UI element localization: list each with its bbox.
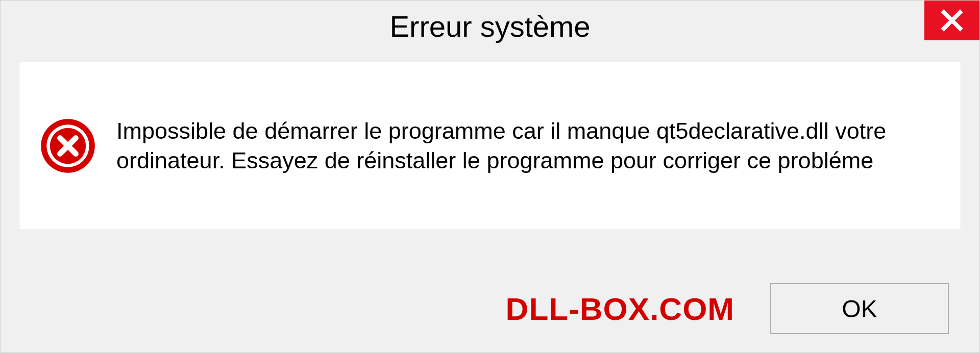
dialog-title: Erreur système xyxy=(389,9,590,43)
close-icon xyxy=(940,8,964,33)
error-message: Impossible de démarrer le programme car … xyxy=(116,116,930,176)
dialog-footer: DLL-BOX.COM OK xyxy=(1,283,979,334)
error-icon xyxy=(40,118,96,174)
dialog-titlebar: Erreur système xyxy=(1,1,979,52)
brand-label: DLL-BOX.COM xyxy=(506,291,734,327)
error-dialog: Erreur système Impossible de démarrer le… xyxy=(0,0,980,353)
dialog-content: Impossible de démarrer le programme car … xyxy=(19,62,961,230)
ok-button[interactable]: OK xyxy=(770,283,949,334)
close-button[interactable] xyxy=(924,1,979,40)
